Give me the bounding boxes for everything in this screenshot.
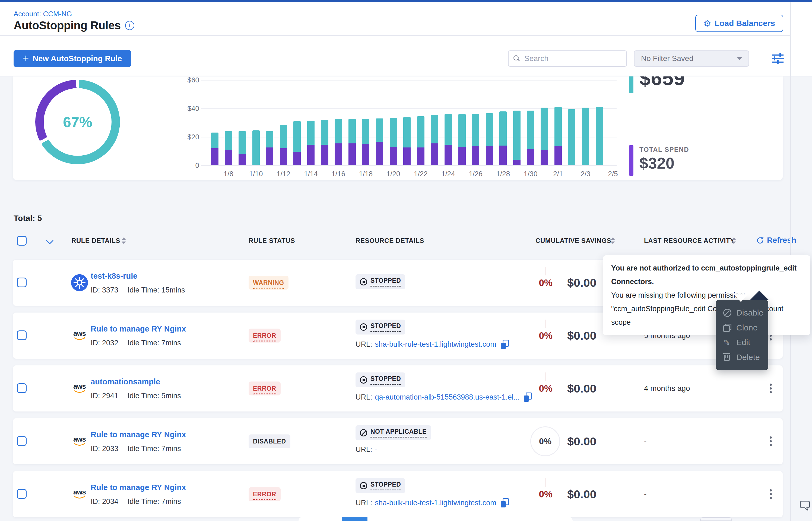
rule-status-badge: ERROR [249, 329, 281, 343]
stopped-icon [360, 376, 367, 384]
rule-name-link[interactable]: automationsample [91, 377, 160, 386]
table-row: aws automationsample ID: 2941Idle Time: … [13, 365, 783, 411]
pagination-active-page[interactable] [342, 517, 367, 521]
bar-segment-savings [390, 118, 397, 147]
bar-segment-spend [266, 148, 273, 165]
info-icon[interactable]: i [125, 21, 134, 30]
rule-name-link[interactable]: Rule to manage RY Nginx [91, 324, 186, 334]
resource-url-link[interactable]: qa-automation-alb-515563988.us-east-1.el… [375, 393, 520, 402]
toolbar: + New AutoStopping Rule No Filter Saved [0, 36, 812, 76]
resource-url-link[interactable]: - [375, 445, 378, 454]
aws-icon: aws [70, 326, 89, 345]
menu-item-delete[interactable]: Delete [723, 353, 768, 362]
clone-icon [723, 324, 731, 332]
row-checkbox[interactable] [17, 383, 27, 393]
row-checkbox[interactable] [17, 331, 27, 340]
sort-icon[interactable] [122, 237, 126, 245]
row-checkbox[interactable] [17, 489, 27, 499]
bar-segment-spend [348, 143, 356, 165]
edit-icon: ✎ [723, 338, 731, 346]
bar-segment-savings [225, 131, 232, 150]
col-cumulative-savings[interactable]: CUMULATIVE SAVINGS [535, 237, 611, 245]
saved-filter-dropdown[interactable]: No Filter Saved [634, 50, 749, 67]
search-box[interactable] [508, 50, 627, 67]
savings-percent: 0% [523, 365, 553, 411]
filter-panel-icon[interactable] [772, 53, 784, 64]
col-resource-details: RESOURCE DETAILS [356, 237, 424, 245]
breadcrumb-account-link[interactable]: Account: CCM-NG [14, 10, 72, 18]
rule-meta: ID: 2032Idle Time: 7mins [91, 339, 181, 347]
row-menu-icon[interactable] [770, 440, 772, 443]
bar-segment-savings [307, 121, 315, 145]
spend-marker [629, 145, 634, 176]
copy-icon[interactable] [501, 498, 509, 507]
savings-percentage: 67% [63, 114, 92, 130]
resource-url-link[interactable]: sha-bulk-rule-test-1.lightwingtest.com [375, 499, 496, 507]
row-context-menu: Disable Clone ✎Edit Delete [715, 300, 768, 370]
table-total-count: Total: 5 [14, 213, 42, 223]
y-axis-label: $40 [175, 104, 199, 113]
row-checkbox[interactable] [17, 277, 27, 287]
bar-segment-spend [307, 145, 315, 165]
bar-segment-savings [458, 114, 466, 147]
pagination-bar [299, 517, 573, 521]
rule-name-link[interactable]: Rule to manage RY Nginx [91, 430, 186, 439]
bar-segment-savings [335, 119, 342, 143]
x-axis-label: 2/5 [601, 170, 625, 178]
savings-amount: $0.00 [567, 260, 597, 306]
rule-name-link[interactable]: Rule to manage RY Nginx [91, 483, 186, 492]
sort-icon[interactable] [611, 237, 615, 245]
bar-segment-spend [362, 144, 369, 165]
bulk-select-chevron-icon[interactable] [46, 237, 54, 244]
search-input[interactable] [524, 54, 617, 63]
bar-segment-spend [225, 150, 232, 165]
bar-segment-savings [527, 111, 534, 149]
x-axis-label: 1/16 [326, 170, 351, 178]
bar-segment-savings [499, 111, 507, 145]
copy-icon[interactable] [501, 340, 509, 349]
last-activity: - [644, 471, 646, 517]
row-menu-icon[interactable] [770, 387, 772, 389]
bar-segment-savings [376, 118, 383, 142]
bar-segment-spend [280, 148, 287, 165]
refresh-icon [756, 236, 764, 245]
bar-segment-spend [486, 146, 493, 165]
row-checkbox[interactable] [17, 436, 27, 446]
bar-segment-savings [266, 131, 273, 148]
savings-amount: $0.00 [567, 313, 597, 359]
col-rule-details[interactable]: RULE DETAILS [71, 237, 120, 245]
savings-amount: $0.00 [567, 418, 597, 465]
savings-amount: $0.00 [567, 365, 597, 411]
menu-item-disable[interactable]: Disable [723, 308, 768, 317]
bar-segment-savings [280, 125, 287, 148]
table-row: aws Rule to manage RY Nginx ID: 2033Idle… [13, 418, 783, 465]
pagination-page-size-button[interactable] [700, 517, 732, 521]
menu-item-clone[interactable]: Clone [723, 323, 768, 332]
row-menu-icon[interactable] [770, 493, 772, 495]
select-all-checkbox[interactable] [17, 236, 27, 246]
rule-name-link[interactable]: test-k8s-rule [91, 272, 137, 280]
aws-icon: aws [70, 485, 89, 504]
aws-icon: aws [70, 432, 89, 451]
bar-segment-spend [541, 150, 548, 165]
tooltip-caret [734, 294, 748, 302]
gridline [201, 165, 617, 166]
new-autostopping-rule-button[interactable]: + New AutoStopping Rule [14, 50, 131, 67]
savings-amount: $0.00 [567, 471, 597, 517]
help-chat-icon[interactable] [799, 499, 811, 512]
resource-state-badge: NOT APPLICABLE [356, 425, 431, 440]
col-last-resource-activity[interactable]: LAST RESOURCE ACTIVITY [644, 237, 735, 245]
search-icon [513, 55, 520, 62]
bar-segment-spend [293, 152, 301, 165]
load-balancers-button[interactable]: ⚙ Load Balancers [695, 15, 783, 32]
sort-icon[interactable] [732, 237, 736, 245]
savings-donut-chart: 67% [35, 80, 120, 164]
resource-url-link[interactable]: sha-bulk-rule-test-1.lightwingtest.com [375, 340, 496, 348]
gear-icon: ⚙ [703, 19, 711, 28]
gridline [201, 80, 617, 81]
bar-segment-spend [472, 146, 479, 165]
last-activity: - [644, 418, 646, 465]
menu-item-edit[interactable]: ✎Edit [723, 338, 768, 347]
disable-icon [723, 309, 731, 317]
delete-icon [723, 353, 731, 361]
